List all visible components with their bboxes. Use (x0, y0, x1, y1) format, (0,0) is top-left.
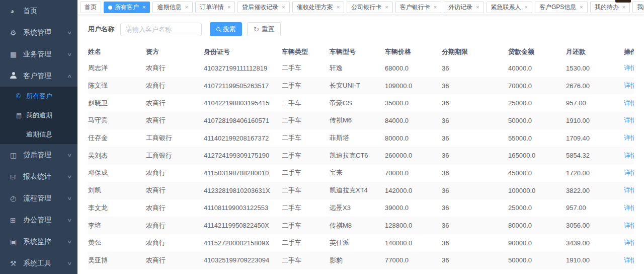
actions-cell: 详情 (624, 238, 634, 247)
close-icon[interactable]: × (185, 5, 188, 10)
sidebar-item-label: 客户管理 (23, 72, 68, 81)
cell: 411402199208167372 (204, 134, 282, 142)
submenu-item-0[interactable]: ©所有客户 (0, 87, 77, 106)
actions-cell: 详情 (624, 256, 634, 265)
sidebar-item-2[interactable]: ▦业务管理∨ (0, 43, 77, 65)
cell: 36 (442, 99, 508, 107)
close-icon[interactable]: × (337, 5, 340, 10)
cell: 农商行 (146, 116, 204, 125)
tab-0[interactable]: 首页 (80, 2, 101, 13)
cell: 二手车 (282, 63, 330, 73)
detail-link[interactable]: 详情 (624, 99, 634, 107)
sidebar-item-9[interactable]: ⚒系统工具∨ (0, 252, 77, 274)
reset-button[interactable]: ↻ 重置 (247, 22, 281, 36)
chevron-down-icon: ∨ (67, 52, 72, 57)
cell: 传祺M8 (330, 221, 385, 230)
tab-10[interactable]: 客户GPS信息× (535, 2, 588, 13)
close-icon[interactable]: × (476, 5, 479, 10)
cell: 吴亚博 (88, 256, 146, 265)
close-icon[interactable]: × (434, 5, 437, 10)
cell: 128800.0 (385, 222, 442, 229)
cell: 410422198803195415 (204, 99, 282, 107)
cell: 68000.0 (385, 64, 442, 72)
detail-link[interactable]: 详情 (624, 239, 634, 246)
cell: 二手车 (282, 116, 330, 125)
close-icon[interactable]: × (227, 5, 230, 10)
cell: 36 (442, 222, 508, 229)
chevron-down-icon: ∨ (67, 239, 72, 244)
cell: 1709.40 (566, 134, 624, 142)
detail-link[interactable]: 详情 (624, 134, 634, 142)
cell: 二手车 (282, 203, 330, 213)
cell: 1720.00 (566, 169, 624, 177)
table-row: 赵晓卫农商行410422198803195415二手车帝豪GS35000.036… (88, 94, 634, 112)
sidebar-item-7[interactable]: ⊞办公管理∨ (0, 209, 77, 231)
search-form: 用户名称 搜索 ↻ 重置 (88, 22, 634, 36)
table-row: 陈文强农商行410721199505263517二手车长安UNI-T109000… (88, 77, 634, 95)
cell: 39000.0 (385, 204, 442, 212)
submenu-item-1[interactable]: ▤我的逾期 (0, 106, 77, 125)
cell: 36 (442, 239, 508, 247)
cell: 二手车 (282, 221, 330, 230)
cell: 农商行 (146, 186, 204, 195)
cell: 25000.0 (508, 99, 566, 107)
column-header-5: 车辆价格 (385, 47, 442, 56)
detail-link[interactable]: 详情 (624, 256, 634, 264)
cell: 80000.0 (385, 134, 442, 142)
tab-1[interactable]: 所有客户× (104, 2, 150, 13)
submenu-item-2[interactable]: 逾期信息 (0, 125, 77, 144)
sidebar-item-5[interactable]: ⊡报表统计∨ (0, 166, 77, 187)
cell: 1910.00 (566, 256, 624, 264)
cell: 36 (442, 204, 508, 212)
tab-2[interactable]: 逾期信息× (152, 2, 192, 13)
close-icon[interactable]: × (622, 5, 625, 10)
detail-link[interactable]: 详情 (624, 82, 634, 89)
close-icon[interactable]: × (142, 5, 145, 10)
close-icon[interactable]: × (525, 5, 528, 10)
tab-11[interactable]: 我的待办× (590, 2, 630, 13)
sidebar-item-1[interactable]: ⚙系统管理∨ (0, 22, 77, 43)
cell: 165000.0 (508, 152, 566, 159)
detail-link[interactable]: 详情 (624, 64, 634, 72)
cell: 36 (442, 64, 508, 72)
close-icon[interactable]: × (282, 5, 285, 10)
active-dot (108, 6, 112, 10)
tab-4[interactable]: 贷后催收记录× (237, 2, 289, 13)
tab-7[interactable]: 客户银行卡× (395, 2, 441, 13)
chevron-down-icon: ∨ (67, 153, 72, 158)
tab-8[interactable]: 外访记录× (444, 2, 484, 13)
cell: 农商行 (146, 256, 204, 265)
tab-9[interactable]: 紧急联系人× (487, 2, 532, 13)
sidebar-item-6[interactable]: ◴流程管理∨ (0, 187, 77, 209)
tab-label: 公司银行卡 (351, 3, 381, 12)
sidebar-item-8[interactable]: ▣系统监控∨ (0, 231, 77, 252)
actions-cell: 详情 (624, 221, 634, 230)
close-icon[interactable]: × (385, 5, 388, 10)
sidebar-item-3[interactable]: 客户管理∧ (0, 65, 77, 87)
table-row: 李文龙农商行411081199003122553二手车远景X339000.036… (88, 199, 634, 217)
sidebar-item-label: 系统监控 (23, 237, 68, 246)
table-row: 任存金工商银行411402199208167372二手车菲斯塔80000.036… (88, 129, 634, 147)
table-row: 刘凯农商行41232819810203631X二手车凯迪拉克XT4142000.… (88, 182, 634, 199)
cell: 41142119950822450X (204, 222, 282, 229)
close-icon[interactable]: × (580, 5, 583, 10)
detail-link[interactable]: 详情 (624, 169, 634, 176)
cell: 140000.0 (385, 239, 442, 247)
customer-name-input[interactable] (120, 23, 202, 36)
tab-6[interactable]: 公司银行卡× (347, 2, 392, 13)
cell: 农商行 (146, 221, 204, 230)
detail-link[interactable]: 详情 (624, 204, 634, 212)
detail-link[interactable]: 详情 (624, 116, 634, 124)
tab-5[interactable]: 催收处理方案× (292, 2, 344, 13)
detail-link[interactable]: 详情 (624, 222, 634, 229)
search-icon (216, 27, 220, 31)
cell: 二手车 (282, 81, 330, 90)
detail-link[interactable]: 详情 (624, 186, 634, 194)
cell: 1910.00 (566, 117, 624, 124)
tab-3[interactable]: 订单详情× (195, 2, 235, 13)
detail-link[interactable]: 详情 (624, 152, 634, 159)
search-button[interactable]: 搜索 (210, 22, 242, 36)
sidebar-item-4[interactable]: ◫贷后管理∨ (0, 144, 77, 166)
tab-12[interactable]: 我的流程× (632, 2, 644, 13)
sidebar-item-0[interactable]: ◕首页 (0, 0, 77, 22)
